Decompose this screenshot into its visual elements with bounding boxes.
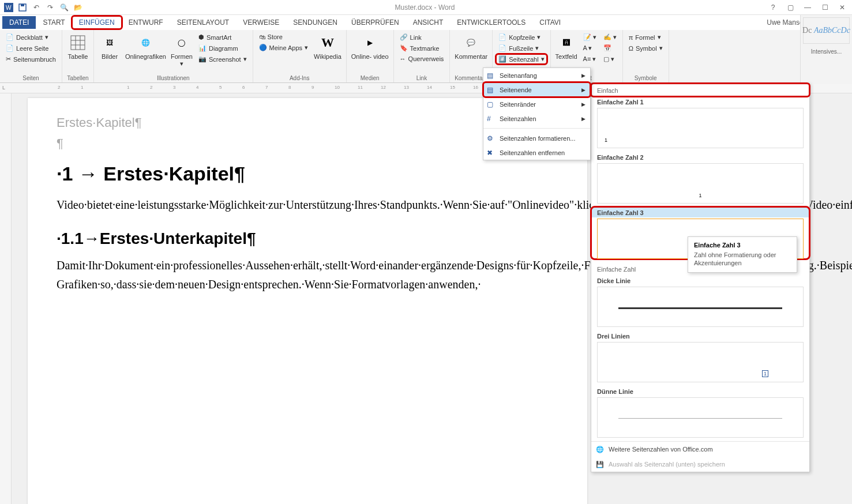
menu-item-entfernen[interactable]: ✖Seitenzahlen entfernen [483, 145, 590, 160]
group-symbole: π Formel ▾ Ω Symbol ▾ Symbole [623, 30, 669, 82]
onlinevideo-button[interactable]: ▶Online- video [350, 32, 390, 61]
gallery-section-einfach: Einfach [591, 84, 809, 96]
gallery-opt-einfache-zahl-1[interactable]: Einfache Zahl 1 1 [591, 96, 809, 148]
diagramm-button[interactable]: 📊 Diagramm [196, 43, 249, 53]
help-icon[interactable]: ? [767, 3, 779, 12]
text-tool-4[interactable]: ✍ ▾ [601, 32, 619, 42]
menu-item-formatieren[interactable]: ⚙Seitenzahlen formatieren... [483, 131, 590, 145]
tab-verweise[interactable]: VERWEISE [236, 16, 286, 29]
gallery-more-office[interactable]: 🌐Weitere Seitenzahlen von Office.com [591, 442, 809, 457]
meine-apps-button[interactable]: 🔵 Meine Apps ▾ [257, 43, 310, 52]
deckblatt-button[interactable]: 📄 Deckblatt ▾ [3, 32, 58, 42]
group-tabellen: Tabelle Tabellen [62, 30, 94, 82]
text-tool-5[interactable]: 📅 [601, 43, 619, 53]
screenshot-button[interactable]: 📷 Screenshot ▾ [196, 54, 249, 64]
menu-item-seitenende[interactable]: ▤Seitenende▶ [483, 82, 590, 97]
heading-1: ·1 → Erstes·Kapitel¶ [57, 163, 558, 185]
tooltip-title: Einfache Zahl 3 [694, 242, 791, 249]
group-seiten: 📄 Deckblatt ▾ 📄 Leere Seite ✂ Seitenumbr… [0, 30, 62, 82]
redo-icon[interactable]: ↷ [45, 2, 55, 13]
title-bar: W ↶ ↷ 🔍 📂 Muster.docx - Word ? ▢ — ☐ ✕ [0, 0, 852, 15]
tab-ueberpruefen[interactable]: ÜBERPRÜFEN [344, 16, 406, 29]
group-link: 🔗 Link 🔖 Textmarke ↔ Querverweis Link [394, 30, 451, 82]
textmarke-button[interactable]: 🔖 Textmarke [397, 43, 446, 53]
window-controls: ? ▢ — ☐ ✕ [767, 3, 849, 12]
styles-pane: Dc AaBbCcDc Intensives... [800, 15, 852, 84]
tab-einfuegen[interactable]: EINFÜGEN [72, 16, 122, 29]
menu-item-seitenanfang[interactable]: ▤Seitenanfang▶ [483, 68, 590, 82]
tooltip-body: Zahl ohne Formatierung oder Akzentuierun… [694, 251, 791, 268]
svg-text:W: W [6, 5, 12, 11]
style-preview-box[interactable]: Dc AaBbCcDc [803, 17, 850, 44]
print-preview-icon[interactable]: 🔍 [59, 2, 69, 13]
tab-sendungen[interactable]: SENDUNGEN [286, 16, 344, 29]
symbol-button[interactable]: Ω Symbol ▾ [626, 43, 665, 53]
window-title: Muster.docx - Word [83, 3, 767, 12]
seitenende-gallery: Einfach Einfache Zahl 1 1 Einfache Zahl … [591, 83, 810, 472]
smartart-button[interactable]: ⬢ SmartArt [196, 32, 249, 42]
body-paragraph-1: Video·bietet·eine·leistungsstarke·Möglic… [57, 195, 558, 215]
gallery-save-selection: 💾Auswahl als Seitenzahl (unten) speicher… [591, 457, 809, 472]
fusszeile-button[interactable]: 📄 Fußzeile ▾ [496, 43, 546, 53]
heading-2: ·1.1→Erstes·Unterkapitel¶ [57, 230, 558, 248]
undo-icon[interactable]: ↶ [31, 2, 42, 13]
tabelle-button[interactable]: Tabelle [66, 32, 90, 61]
textfeld-button[interactable]: 🅰Textfeld [554, 32, 579, 61]
tooltip-einfache-zahl-3: Einfache Zahl 3 Zahl ohne Formatierung o… [688, 236, 797, 273]
style-name: Intensives... [801, 46, 852, 57]
text-tool-2[interactable]: A ▾ [581, 43, 599, 53]
text-tool-3[interactable]: A≡ ▾ [581, 54, 599, 64]
open-folder-icon[interactable]: 📂 [73, 2, 83, 13]
svg-rect-3 [21, 4, 24, 6]
tab-start[interactable]: START [36, 16, 72, 29]
text-tool-6[interactable]: ▢ ▾ [601, 54, 619, 64]
group-label-medien: Medien [361, 74, 380, 81]
wikipedia-button[interactable]: WWikipedia [313, 32, 343, 61]
link-button[interactable]: 🔗 Link [397, 32, 446, 42]
tab-datei[interactable]: DATEI [2, 16, 36, 29]
body-paragraph-2: Damit·Ihr·Dokument·ein·professionelles·A… [57, 256, 558, 294]
bilder-button[interactable]: 🖼Bilder [97, 32, 122, 61]
seitenumbruch-button[interactable]: ✂ Seitenumbruch [3, 54, 58, 64]
tab-entwicklertools[interactable]: ENTWICKLERTOOLS [450, 16, 532, 29]
quick-access-toolbar: W ↶ ↷ 🔍 📂 [3, 2, 83, 13]
formel-button[interactable]: π Formel ▾ [626, 32, 665, 42]
group-addins: 🛍 Store 🔵 Meine Apps ▾ WWikipedia Add-In… [253, 30, 347, 82]
minimize-icon[interactable]: — [801, 3, 814, 12]
text-tool-1[interactable]: 📝 ▾ [581, 32, 599, 42]
onlinegrafiken-button[interactable]: 🌐Onlinegrafiken [124, 32, 167, 61]
group-label-seiten: Seiten [22, 74, 39, 81]
leere-seite-button[interactable]: 📄 Leere Seite [3, 43, 58, 53]
ribbon-tabs: DATEI START EINFÜGEN ENTWURF SEITENLAYOU… [0, 15, 852, 30]
menu-item-seitenzahlen[interactable]: #Seitenzahlen▶ [483, 111, 590, 126]
querverweis-button[interactable]: ↔ Querverweis [397, 54, 446, 63]
maximize-icon[interactable]: ☐ [819, 3, 831, 12]
kommentar-button[interactable]: 💬Kommentar [453, 32, 489, 61]
ribbon-display-icon[interactable]: ▢ [784, 3, 797, 12]
gallery-opt-einfache-zahl-2[interactable]: Einfache Zahl 2 1 [591, 152, 809, 204]
gallery-opt-dicke-linie[interactable]: Dicke Linie [591, 275, 809, 327]
save-icon[interactable] [17, 2, 28, 13]
vertical-ruler[interactable] [0, 93, 12, 504]
tab-ansicht[interactable]: ANSICHT [406, 16, 451, 29]
group-label-illustrationen: Illustrationen [157, 74, 190, 81]
close-icon[interactable]: ✕ [836, 3, 849, 12]
group-illustrationen: 🖼Bilder 🌐Onlinegrafiken ◯Formen▾ ⬢ Smart… [94, 30, 253, 82]
group-label-link: Link [416, 74, 427, 81]
kopfzeile-button[interactable]: 📄 Kopfzeile ▾ [496, 32, 546, 42]
seitenzahl-button[interactable]: #️⃣ Seitenzahl ▾ [496, 54, 546, 64]
gallery-opt-drei-linien[interactable]: Drei Linien 1 [591, 330, 809, 382]
formen-button[interactable]: ◯Formen▾ [170, 32, 194, 68]
menu-item-seitenraender[interactable]: ▢Seitenränder▶ [483, 97, 590, 111]
gallery-opt-duenne-linie[interactable]: Dünne Linie [591, 386, 809, 438]
group-label-addins: Add-Ins [290, 74, 309, 81]
tab-citavi[interactable]: CITAVI [532, 16, 568, 29]
group-medien: ▶Online- video Medien [347, 30, 394, 82]
tab-seitenlayout[interactable]: SEITENLAYOUT [170, 16, 236, 29]
seitenzahl-menu: ▤Seitenanfang▶ ▤Seitenende▶ ▢Seitenrände… [483, 67, 591, 160]
word-app-icon: W [3, 2, 14, 13]
tab-entwurf[interactable]: ENTWURF [122, 16, 170, 29]
store-button[interactable]: 🛍 Store [257, 32, 310, 42]
group-label-tabellen: Tabellen [67, 74, 88, 81]
ribbon: 📄 Deckblatt ▾ 📄 Leere Seite ✂ Seitenumbr… [0, 30, 852, 83]
